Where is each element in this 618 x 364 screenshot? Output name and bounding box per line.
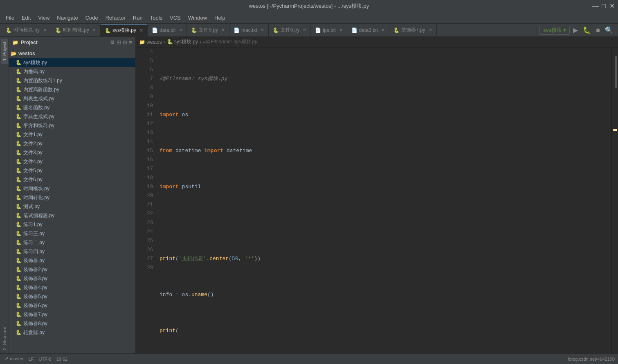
code-editor[interactable]: 4 5 6 7 8 9 10 11 12 13 14 15 16 17 18 1… bbox=[136, 47, 618, 353]
tree-item-字典生成式[interactable]: 🐍 字典生成式.py bbox=[9, 112, 135, 121]
file-label: 时间转化.py bbox=[23, 194, 49, 201]
tree-item-文件1[interactable]: 🐍 文件1.py bbox=[9, 130, 135, 139]
tab-ips[interactable]: 📄 ips.txt ✕ bbox=[311, 24, 347, 37]
tree-item-装饰器7[interactable]: 🐍 装饰器7.py bbox=[9, 310, 135, 319]
tree-item-装饰器[interactable]: 🐍 装饰器.py bbox=[9, 256, 135, 265]
plain: datetime bbox=[172, 146, 204, 155]
vtab-project[interactable]: 1: Project bbox=[1, 38, 8, 64]
tree-item-练习二[interactable]: 🐍 练习二.py bbox=[9, 238, 135, 247]
stop-button[interactable]: ■ bbox=[594, 26, 602, 35]
expand-icon[interactable]: ⊞ bbox=[117, 39, 121, 45]
project-title: Project bbox=[21, 40, 38, 45]
menu-refactor[interactable]: Refactor bbox=[102, 14, 129, 22]
tree-item-内置函数练习1[interactable]: 🐍 内置函数练习1.py bbox=[9, 76, 135, 85]
menu-edit[interactable]: Edit bbox=[18, 14, 34, 22]
menu-help[interactable]: Help bbox=[211, 14, 229, 22]
tree-item-练习三[interactable]: 🐍 练习三.py bbox=[9, 229, 135, 238]
tree-item-装饰器4[interactable]: 🐍 装饰器4.py bbox=[9, 283, 135, 292]
tab-close-button[interactable]: ✕ bbox=[303, 27, 306, 33]
breadcrumb-project[interactable]: 📁 westos bbox=[139, 39, 162, 45]
run-config-dropdown[interactable]: sys模块 ▾ bbox=[539, 26, 570, 35]
tree-item-文件3[interactable]: 🐍 文件3.py bbox=[9, 148, 135, 157]
tree-item-装饰器5[interactable]: 🐍 装饰器5.py bbox=[9, 292, 135, 301]
menu-code[interactable]: Code bbox=[82, 14, 101, 22]
status-utf8[interactable]: UTF-8 bbox=[39, 357, 52, 362]
run-button[interactable]: ▶ bbox=[571, 25, 580, 35]
tree-item-内推码[interactable]: 🐍 内推码.py bbox=[9, 67, 135, 76]
tab-文件5[interactable]: 🐍 文件5.py ✕ bbox=[187, 24, 229, 37]
settings-icon[interactable]: ≡ bbox=[129, 39, 132, 45]
menu-navigate[interactable]: Navigate bbox=[54, 14, 81, 22]
tab-close-button[interactable]: ✕ bbox=[92, 27, 96, 33]
gear-icon[interactable]: ⚙ bbox=[110, 39, 115, 45]
scrollbar-thumb[interactable] bbox=[615, 56, 617, 88]
python-icon: 🐍 bbox=[16, 168, 22, 173]
tree-item-内置高阶函数[interactable]: 🐍 内置高阶函数.py bbox=[9, 85, 135, 94]
tab-data[interactable]: 📄 data.txt ✕ bbox=[148, 24, 187, 37]
scrollbar[interactable] bbox=[611, 47, 618, 353]
tree-item-测试[interactable]: 🐍 测试.py bbox=[9, 202, 135, 211]
tree-item-装饰器3[interactable]: 🐍 装饰器3.py bbox=[9, 274, 135, 283]
close-button[interactable]: ✕ bbox=[609, 3, 615, 9]
python-icon: 🐍 bbox=[16, 330, 22, 335]
tab-sys模块[interactable]: 🐍 sys模块.py ✕ bbox=[101, 24, 148, 37]
project-root[interactable]: 📂 westos bbox=[9, 49, 135, 58]
window-controls[interactable]: — □ ✕ bbox=[593, 3, 615, 9]
line-num-27: 27 bbox=[137, 254, 153, 263]
tree-item-列表生成式[interactable]: 🐍 列表生成式.py bbox=[9, 94, 135, 103]
menu-tools[interactable]: Tools bbox=[147, 14, 166, 22]
tab-时间转化[interactable]: 🐍 时间转化.py ✕ bbox=[51, 24, 101, 37]
menu-vcs[interactable]: VCS bbox=[166, 14, 184, 22]
tab-data2[interactable]: 📄 data2.txt ✕ bbox=[347, 24, 389, 37]
search-button[interactable]: 🔍 bbox=[603, 25, 615, 35]
tree-item-平方和练习[interactable]: 🐍 平方和练习.py bbox=[9, 121, 135, 130]
maximize-button[interactable]: □ bbox=[601, 3, 607, 9]
tree-item-时间模块[interactable]: 🐍 时间模块.py bbox=[9, 184, 135, 193]
status-branch[interactable]: ⎇ master bbox=[3, 356, 24, 362]
tab-close-button[interactable]: ✕ bbox=[261, 27, 264, 33]
tab-close-button[interactable]: ✕ bbox=[43, 27, 47, 33]
tab-close-button[interactable]: ✕ bbox=[179, 27, 182, 33]
tab-close-button[interactable]: ✕ bbox=[381, 27, 385, 33]
tree-item-文件2[interactable]: 🐍 文件2.py bbox=[9, 139, 135, 148]
vtab-structure[interactable]: 2: Structure bbox=[1, 324, 8, 353]
status-lf[interactable]: LF bbox=[29, 357, 34, 362]
tree-item-装饰器8[interactable]: 🐍 装饰器8.py bbox=[9, 319, 135, 328]
tree-item-笔试编程题[interactable]: 🐍 笔试编程题.py bbox=[9, 211, 135, 220]
tree-item-文件6[interactable]: 🐍 文件6.py bbox=[9, 175, 135, 184]
tab-文件6[interactable]: 🐍 文件6.py ✕ bbox=[269, 24, 311, 37]
tree-item-匿名函数[interactable]: 🐍 匿名函数.py bbox=[9, 103, 135, 112]
tab-时间模块[interactable]: 🐍 时间模块.py ✕ bbox=[2, 24, 51, 37]
tree-item-练习四[interactable]: 🐍 练习四.py bbox=[9, 247, 135, 256]
kw-import3: import bbox=[160, 182, 179, 191]
tree-item-轮盘赌[interactable]: 🐍 轮盘赌.py bbox=[9, 328, 135, 337]
tree-item-文件4[interactable]: 🐍 文件4.py bbox=[9, 157, 135, 166]
tree-item-装饰器2[interactable]: 🐍 装饰器2.py bbox=[9, 265, 135, 274]
tree-item-装饰器6[interactable]: 🐍 装饰器6.py bbox=[9, 301, 135, 310]
tree-item-练习1[interactable]: 🐍 练习1.py bbox=[9, 220, 135, 229]
tree-item-sys模块[interactable]: 🐍 sys模块.py bbox=[9, 58, 135, 67]
tab-close-button[interactable]: ✕ bbox=[339, 27, 343, 33]
line-num-26: 26 bbox=[137, 245, 153, 254]
tab-装饰器7[interactable]: 🐍 装饰器7.py ✕ bbox=[389, 24, 437, 37]
collapse-icon[interactable]: ⊟ bbox=[123, 39, 127, 45]
breadcrumb-file[interactable]: 🐍 sys模块.py bbox=[167, 38, 198, 45]
python-icon: 🐍 bbox=[16, 123, 22, 128]
menu-file[interactable]: File bbox=[2, 14, 18, 22]
menu-run[interactable]: Run bbox=[130, 14, 146, 22]
tree-item-时间转化[interactable]: 🐍 时间转化.py bbox=[9, 193, 135, 202]
tab-close-button[interactable]: ✕ bbox=[221, 27, 225, 33]
file-label: 内置高阶函数.py bbox=[23, 86, 59, 93]
str-主机信息: '主机信息' bbox=[179, 254, 207, 263]
file-label: 文件1.py bbox=[23, 131, 43, 138]
code-content[interactable]: #@Filename: sys模块.py import os from date… bbox=[156, 47, 611, 353]
minimize-button[interactable]: — bbox=[593, 3, 598, 9]
menu-window[interactable]: Window bbox=[185, 14, 210, 22]
menu-view[interactable]: View bbox=[35, 14, 53, 22]
tree-item-文件5[interactable]: 🐍 文件5.py bbox=[9, 166, 135, 175]
project-tree: 📂 westos 🐍 sys模块.py 🐍 内推码.py 🐍 内置函数练习1.p… bbox=[9, 48, 135, 353]
tab-mac[interactable]: 📄 mac.txt ✕ bbox=[229, 24, 269, 37]
tab-close-button[interactable]: ✕ bbox=[139, 28, 143, 33]
debug-button[interactable]: 🐛 bbox=[581, 25, 593, 35]
tab-close-button[interactable]: ✕ bbox=[429, 27, 432, 33]
